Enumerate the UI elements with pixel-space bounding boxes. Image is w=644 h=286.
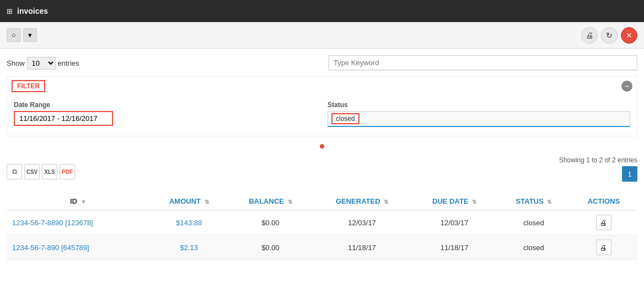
entries-select[interactable]: 10 25 50 100 <box>27 57 56 70</box>
toolbar-main-button[interactable]: ○ <box>7 28 21 42</box>
table-row: 1234-56-7-890 [645789] $2.13 $0.00 11/18… <box>7 235 637 260</box>
filter-header: FILTER − <box>7 77 637 96</box>
show-entries: Show 10 25 50 100 entries <box>7 57 79 70</box>
row1-amount: $143.88 <box>149 210 228 235</box>
row1-actions: 🖨 <box>570 210 637 235</box>
indicator-row <box>7 141 637 152</box>
row2-balance: $0.00 <box>228 235 313 260</box>
filter-date-group: Date Range <box>14 101 316 127</box>
page-1-button[interactable]: 1 <box>622 166 637 182</box>
table-toolbar: ⧉ CSV XLS PDF Showing 1 to 2 of 2 entrie… <box>7 154 637 189</box>
close-icon-button[interactable]: ✕ <box>621 27 637 44</box>
print-icon-button[interactable]: 🖨 <box>581 27 598 44</box>
row2-generated: 11/18/17 <box>313 235 411 260</box>
row1-balance: $0.00 <box>228 210 313 235</box>
row2-actions: 🖨 <box>570 235 637 260</box>
pagination-row: 1 <box>559 166 637 182</box>
filter-row: Date Range Status closed <box>14 101 630 127</box>
row1-due-date: 12/03/17 <box>411 210 497 235</box>
toolbar: ○ ▾ 🖨 ↻ ✕ <box>0 22 644 49</box>
filter-label[interactable]: FILTER <box>12 80 45 92</box>
grid-icon: ⊞ <box>7 7 13 15</box>
status-tag: closed <box>331 113 359 124</box>
row2-id[interactable]: 1234-56-7-890 [645789] <box>7 235 149 260</box>
sort-icon-generated: ⇅ <box>384 199 388 205</box>
controls-row: Show 10 25 50 100 entries <box>7 55 637 71</box>
toolbar-left: ○ ▾ <box>7 28 37 42</box>
col-due-date[interactable]: DUE DATE ⇅ <box>411 193 497 210</box>
main-content: Show 10 25 50 100 entries FILTER − Date … <box>0 49 644 260</box>
date-range-label: Date Range <box>14 101 316 109</box>
sort-icon-balance: ⇅ <box>288 199 292 205</box>
col-actions: ACTIONS <box>570 193 637 210</box>
row2-due-date: 11/18/17 <box>411 235 497 260</box>
pagination-info: Showing 1 to 2 of 2 entries 1 <box>559 156 637 187</box>
col-id[interactable]: ID ▼ <box>7 193 149 210</box>
table-header: ID ▼ AMOUNT ⇅ BALANCE ⇅ GENERATED ⇅ DUE … <box>7 193 637 210</box>
row1-id[interactable]: 1234-56-7-8890 [123678] <box>7 210 149 235</box>
row1-generated: 12/03/17 <box>313 210 411 235</box>
copy-button[interactable]: ⧉ <box>7 164 22 179</box>
top-bar-title: invoices <box>17 7 48 15</box>
sort-icon-amount: ⇅ <box>205 199 209 205</box>
csv-button[interactable]: CSV <box>24 164 40 179</box>
col-status[interactable]: STATUS ⇅ <box>497 193 570 210</box>
entries-label: entries <box>58 59 79 67</box>
row1-status: closed <box>497 210 570 235</box>
table-row: 1234-56-7-8890 [123678] $143.88 $0.00 12… <box>7 210 637 235</box>
sort-icon-id: ▼ <box>81 199 87 205</box>
toolbar-right: 🖨 ↻ ✕ <box>581 27 637 44</box>
pagination-info-text: Showing 1 to 2 of 2 entries <box>559 156 637 164</box>
sort-icon-status: ⇅ <box>547 199 551 205</box>
xls-button[interactable]: XLS <box>42 164 57 179</box>
top-bar: ⊞ invoices <box>0 0 644 22</box>
refresh-icon-button[interactable]: ↻ <box>601 27 618 44</box>
table-header-row: ID ▼ AMOUNT ⇅ BALANCE ⇅ GENERATED ⇅ DUE … <box>7 193 637 210</box>
pdf-button[interactable]: PDF <box>60 164 75 179</box>
filter-body: Date Range Status closed <box>7 96 637 136</box>
toolbar-dropdown-button[interactable]: ▾ <box>23 28 37 42</box>
filter-section: FILTER − Date Range Status closed <box>7 76 637 136</box>
sort-icon-due-date: ⇅ <box>472 199 476 205</box>
row2-amount: $2.13 <box>149 235 228 260</box>
col-balance[interactable]: BALANCE ⇅ <box>228 193 313 210</box>
status-input-container[interactable]: closed <box>328 111 630 127</box>
show-label: Show <box>7 59 25 67</box>
row1-print-button[interactable]: 🖨 <box>596 215 611 230</box>
col-amount[interactable]: AMOUNT ⇅ <box>149 193 228 210</box>
table-body: 1234-56-7-8890 [123678] $143.88 $0.00 12… <box>7 210 637 260</box>
filter-collapse-button[interactable]: − <box>621 81 632 92</box>
col-generated[interactable]: GENERATED ⇅ <box>313 193 411 210</box>
filter-status-group: Status closed <box>328 101 630 127</box>
status-label: Status <box>328 101 630 109</box>
invoices-table: ID ▼ AMOUNT ⇅ BALANCE ⇅ GENERATED ⇅ DUE … <box>7 193 637 260</box>
row2-print-button[interactable]: 🖨 <box>596 240 611 255</box>
date-range-input[interactable] <box>14 111 113 126</box>
row2-status: closed <box>497 235 570 260</box>
red-dot-indicator <box>320 144 324 149</box>
table-toolbar-left: ⧉ CSV XLS PDF <box>7 164 75 179</box>
search-input[interactable] <box>329 55 637 71</box>
